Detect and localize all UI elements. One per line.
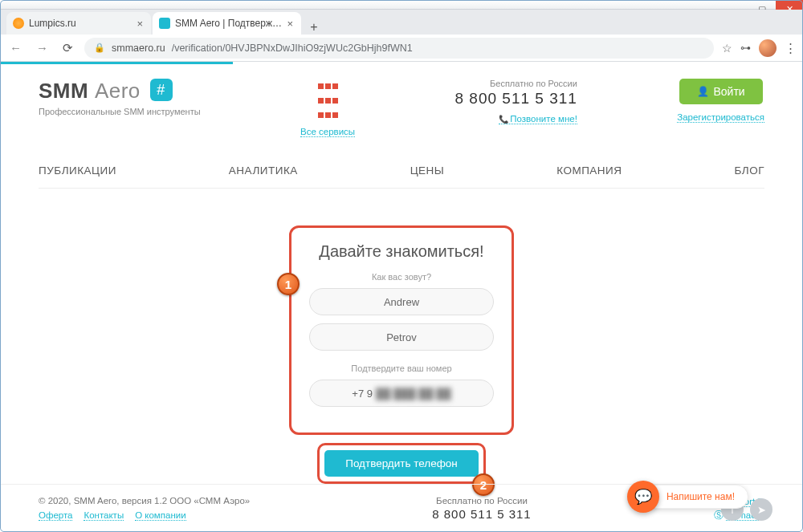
about-link[interactable]: О компании [135, 510, 185, 521]
reload-button[interactable]: ⟳ [59, 41, 76, 55]
tab-close-icon[interactable]: × [135, 18, 145, 30]
phone-input[interactable]: +7 9██ ███ ██ ██ [309, 380, 494, 407]
back-button[interactable]: ← [6, 41, 25, 55]
nav-analytics[interactable]: АНАЛИТИКА [229, 164, 298, 177]
contacts-link[interactable]: Контакты [84, 510, 124, 521]
main-nav: ПУБЛИКАЦИИ АНАЛИТИКА ЦЕНЫ КОМПАНИЯ БЛОГ [39, 164, 764, 189]
browser-tab-active[interactable]: SMM Aero | Подтверждение да × [153, 12, 301, 35]
url-input[interactable]: 🔒 smmaero.ru/verification/0HVJBPNxDwJIhi… [84, 38, 714, 59]
forward-button: → [33, 41, 51, 55]
favicon-icon [13, 18, 24, 29]
logo-part-smm: SMM [39, 79, 88, 103]
all-services-link[interactable]: Все сервисы [300, 127, 355, 137]
phone-label: Подтвердите ваш номер [309, 363, 494, 373]
last-name-input[interactable] [309, 323, 494, 351]
profile-avatar[interactable] [759, 39, 777, 57]
logo-block[interactable]: SMM Aero # Профессиональные SMM инструме… [39, 79, 201, 116]
confirm-phone-button[interactable]: Подтвердить телефон [324, 450, 479, 477]
footer-free-label: Бесплатно по России [432, 496, 531, 506]
new-tab-button[interactable]: + [303, 20, 325, 35]
tab-close-icon[interactable]: × [285, 18, 295, 30]
login-label: Войти [714, 85, 745, 98]
user-icon: 👤 [697, 86, 709, 97]
copyright: © 2020, SMM Aero, версия 1.2 ООО «СММ Аэ… [39, 496, 250, 506]
login-button[interactable]: 👤 Войти [679, 79, 763, 104]
free-call-label: Бесплатно по России [454, 79, 577, 88]
tagline: Профессиональные SMM инструменты [39, 107, 201, 116]
chat-bubble-icon[interactable]: 💬 [627, 481, 659, 513]
logo-part-aero: Aero [95, 79, 141, 103]
lock-icon: 🔒 [94, 43, 105, 53]
form-title: Давайте знакомиться! [309, 242, 494, 261]
hash-icon: # [150, 79, 173, 101]
header-phone: 8 800 511 5 311 [454, 90, 577, 108]
confirm-box: Подтвердить телефон 2 [317, 443, 486, 484]
telegram-icon[interactable]: ➤ [750, 498, 772, 521]
footer-phone: 8 800 511 5 311 [432, 507, 531, 521]
name-label: Как вас зовут? [309, 272, 494, 282]
url-host: smmaero.ru [112, 43, 165, 54]
url-path: /verification/0HVJBPNxDwJIhiO9zjWUc2GbHj… [172, 43, 413, 54]
nav-prices[interactable]: ЦЕНЫ [410, 164, 445, 177]
tab-title: Lumpics.ru [29, 18, 135, 29]
nav-company[interactable]: КОМПАНИЯ [556, 164, 622, 177]
address-bar: ← → ⟳ 🔒 smmaero.ru/verification/0HVJBPNx… [0, 35, 803, 62]
annotation-marker-1: 1 [277, 273, 300, 295]
favicon-icon [159, 18, 170, 29]
tab-bar: Lumpics.ru × SMM Aero | Подтверждение да… [0, 10, 803, 35]
services-grid-icon[interactable] [317, 79, 339, 122]
browser-menu-icon[interactable]: ⋮ [785, 41, 797, 55]
tab-title: SMM Aero | Подтверждение да [175, 18, 285, 29]
register-link[interactable]: Зарегистрироваться [677, 112, 764, 123]
call-me-link[interactable]: Позвоните мне! [499, 114, 577, 124]
nav-publications[interactable]: ПУБЛИКАЦИИ [39, 164, 116, 177]
nav-blog[interactable]: БЛОГ [734, 164, 764, 177]
key-icon[interactable]: ⊶ [740, 42, 751, 54]
chat-label[interactable]: Напишите нам! [645, 485, 748, 509]
first-name-input[interactable] [309, 288, 494, 315]
intro-form-box: Давайте знакомиться! Как вас зовут? Подт… [289, 225, 514, 435]
bookmark-icon[interactable]: ☆ [722, 42, 732, 55]
oferta-link[interactable]: Оферта [39, 510, 72, 521]
browser-tab[interactable]: Lumpics.ru × [6, 12, 151, 35]
